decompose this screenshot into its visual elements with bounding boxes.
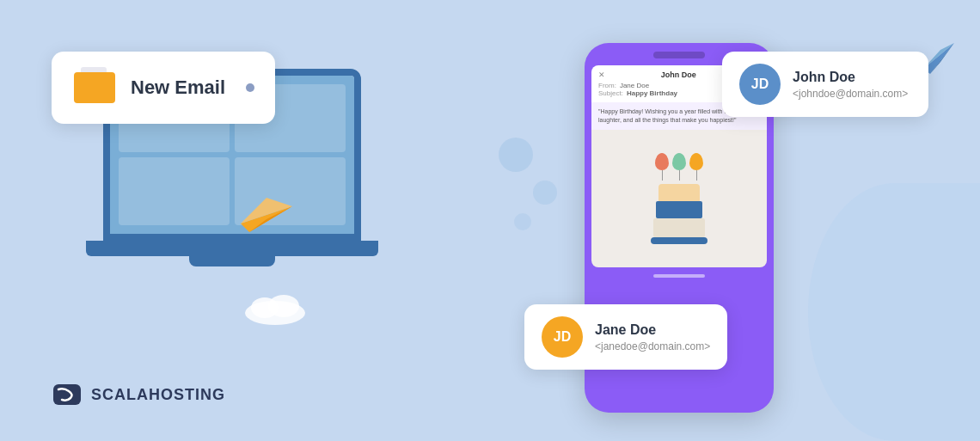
paper-plane-left-icon bbox=[241, 189, 292, 236]
email-icon bbox=[72, 65, 117, 110]
cake-scene bbox=[653, 153, 705, 244]
cake-top bbox=[658, 184, 700, 201]
phone-from-value: Jane Doe bbox=[620, 82, 649, 89]
phone-subject-label: Subject: bbox=[598, 89, 623, 97]
phone-bottom-bar bbox=[653, 274, 705, 278]
avatar-jane-doe: JD bbox=[542, 316, 583, 358]
new-email-label: New Email bbox=[131, 77, 225, 99]
balloons bbox=[655, 153, 703, 181]
phone-subject-value: Happy Birthday bbox=[627, 89, 677, 97]
john-doe-email: <johndoe@domain.com> bbox=[793, 88, 908, 100]
logo-text: SCALAHOSTING bbox=[91, 386, 225, 404]
john-doe-info: John Doe <johndoe@domain.com> bbox=[793, 70, 908, 100]
right-section: ✕ John Doe ••• From: Jane Doe Subject: H… bbox=[516, 17, 928, 438]
laptop-base bbox=[86, 241, 378, 256]
jane-doe-info: Jane Doe <janedoe@domain.com> bbox=[595, 322, 710, 352]
logo-s-icon bbox=[52, 383, 83, 407]
contact-card-john: JD John Doe <johndoe@domain.com> bbox=[722, 52, 928, 117]
svg-rect-6 bbox=[53, 384, 81, 405]
cloud-icon bbox=[241, 287, 309, 329]
left-section: New Email bbox=[0, 0, 481, 441]
new-email-dot bbox=[246, 83, 254, 92]
cake-plate bbox=[651, 237, 707, 244]
phone-close-icon: ✕ bbox=[598, 70, 605, 79]
jane-doe-email: <janedoe@domain.com> bbox=[595, 340, 710, 352]
phone-birthday-image bbox=[591, 130, 767, 267]
balloon-red bbox=[655, 153, 669, 181]
john-doe-name: John Doe bbox=[793, 70, 908, 85]
cake-middle bbox=[656, 201, 702, 218]
avatar-john-doe: JD bbox=[739, 64, 781, 105]
email-envelope-icon bbox=[74, 72, 115, 103]
balloon-orange bbox=[689, 153, 703, 181]
balloon-green bbox=[672, 153, 686, 181]
new-email-card: New Email bbox=[52, 52, 275, 124]
scalahosting-logo: SCALAHOSTING bbox=[52, 383, 225, 407]
phone-notch bbox=[653, 52, 705, 58]
phone-from-label: From: bbox=[598, 82, 616, 89]
birthday-cake bbox=[653, 184, 705, 244]
jane-doe-name: Jane Doe bbox=[595, 322, 710, 338]
screen-panel bbox=[119, 157, 230, 225]
cake-bottom bbox=[653, 218, 705, 237]
contact-card-jane: JD Jane Doe <janedoe@domain.com> bbox=[524, 304, 727, 370]
laptop-stand bbox=[189, 256, 275, 266]
svg-point-5 bbox=[268, 295, 299, 317]
phone-contact-name: John Doe bbox=[661, 70, 696, 79]
